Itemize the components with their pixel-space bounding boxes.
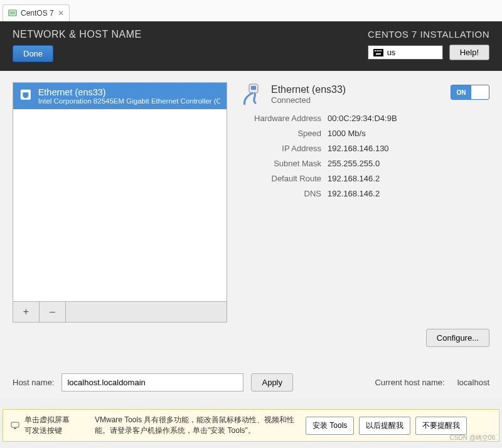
current-hostname-label: Current host name: [375,378,444,387]
screen-icon [11,421,19,430]
svg-rect-4 [376,50,378,51]
route-label: Default Route [240,174,328,183]
vmware-tools-bar: 单击虚拟屏幕 可发送按键 VMware Tools 具有很多功能，能改善鼠标移动… [3,409,499,442]
dns-label: DNS [240,189,328,198]
interface-item[interactable]: Ethernet (ens33) Intel Corporation 82545… [13,83,227,109]
install-tools-button[interactable]: 安装 Tools [306,417,354,435]
hostname-input[interactable] [61,373,243,392]
dns-value: 192.168.146.2 [328,189,380,198]
interface-desc: Intel Corporation 82545EM Gigabit Ethern… [38,97,220,105]
vm-tab[interactable]: CentOS 7 ✕ [3,4,70,21]
svg-rect-13 [11,422,19,427]
vm-hint: 单击虚拟屏幕 可发送按键 [24,415,70,436]
svg-rect-2 [373,49,383,56]
help-button[interactable]: Help! [449,45,489,60]
mask-label: Subnet Mask [240,159,328,168]
add-interface-button[interactable]: + [13,302,40,322]
speed-label: Speed [240,129,328,138]
remind-later-button[interactable]: 以后提醒我 [359,417,410,435]
installer-subtitle: CENTOS 7 INSTALLATION [368,29,489,40]
hostname-label: Host name: [13,378,54,387]
ethernet-icon [19,88,32,102]
svg-rect-1 [10,11,15,14]
configure-button[interactable]: Configure... [426,329,489,347]
remove-interface-button[interactable]: – [40,302,66,322]
done-button[interactable]: Done [13,45,53,62]
speed-value: 1000 Mb/s [328,129,366,138]
ip-label: IP Address [240,144,328,153]
vm-icon [8,9,17,18]
keyboard-layout-value: us [387,48,396,57]
installer-header: NETWORK & HOST NAME Done CENTOS 7 INSTAL… [0,21,502,71]
keyboard-layout-indicator[interactable]: us [368,45,443,60]
connection-name: Ethernet (ens33) [271,84,346,95]
never-remind-button[interactable]: 不要提醒我 [415,417,467,435]
svg-rect-14 [14,428,16,429]
svg-rect-3 [375,50,376,51]
mask-value: 255.255.255.0 [328,159,380,168]
connection-status: Connected [271,95,346,105]
svg-rect-7 [376,53,381,55]
interface-list[interactable]: Ethernet (ens33) Intel Corporation 82545… [13,82,227,302]
toggle-label: ON [451,85,471,99]
svg-rect-12 [251,86,256,90]
page-title: NETWORK & HOST NAME [13,29,142,40]
apply-button[interactable]: Apply [251,373,293,392]
connection-toggle[interactable]: ON [451,85,489,100]
hwaddr-label: Hardware Address [240,114,328,123]
svg-rect-10 [24,96,27,98]
hwaddr-value: 00:0C:29:34:D4:9B [328,114,397,123]
svg-rect-9 [23,92,28,97]
ip-value: 192.168.146.130 [328,144,389,153]
tab-label: CentOS 7 [21,9,54,18]
ethernet-large-icon [240,82,264,106]
interface-name: Ethernet (ens33) [38,87,220,97]
close-icon[interactable]: ✕ [58,9,64,18]
keyboard-icon [373,49,383,56]
watermark: CSDN @晴空06 [450,434,495,442]
route-value: 192.168.146.2 [328,174,380,183]
svg-rect-6 [380,50,382,51]
current-hostname-value: localhost [457,378,489,387]
svg-rect-5 [378,50,380,51]
vm-message: VMware Tools 具有很多功能，能改善鼠标移动性、视频和性能。请登录客户… [95,415,296,436]
